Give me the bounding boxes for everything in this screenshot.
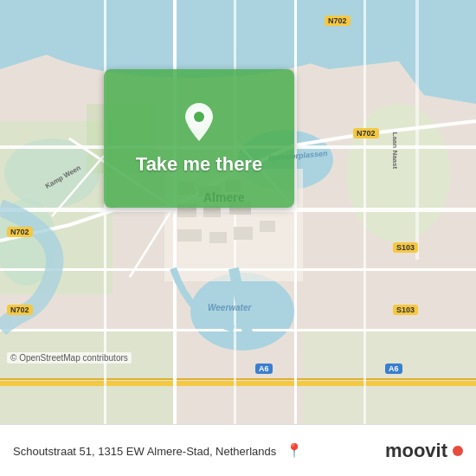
svg-point-42	[194, 112, 204, 122]
highway-n702-4: N702	[7, 305, 33, 315]
highway-a6-2: A6	[385, 363, 402, 374]
svg-rect-11	[0, 329, 173, 424]
highway-a6-1: A6	[255, 363, 273, 374]
svg-rect-17	[0, 329, 476, 331]
map-attribution: © OpenStreetMap contributors	[7, 352, 132, 363]
bottom-bar: Schoutstraat 51, 1315 EW Almere-Stad, Ne…	[0, 424, 476, 476]
svg-rect-39	[260, 221, 275, 232]
location-pin-icon	[182, 101, 216, 145]
svg-rect-36	[177, 229, 202, 241]
highway-n702-2: N702	[353, 128, 379, 138]
pin-emoji: 📍	[286, 443, 303, 458]
moovit-text: moovit	[385, 440, 447, 462]
highway-s103-1: S103	[393, 242, 418, 253]
svg-rect-37	[209, 232, 227, 243]
take-me-there-overlay[interactable]: Take me there	[104, 69, 294, 208]
svg-rect-23	[294, 0, 297, 424]
address-label: Schoutstraat 51, 1315 EW Almere-Stad, Ne…	[13, 445, 276, 458]
take-me-there-label: Take me there	[136, 153, 262, 176]
svg-rect-21	[173, 0, 177, 424]
map-container: Almere Weerwater Noorderplassen Laan Naa…	[0, 0, 476, 424]
svg-rect-12	[303, 329, 476, 424]
highway-n702-3: N702	[7, 227, 33, 237]
svg-rect-19	[0, 378, 476, 380]
svg-rect-38	[234, 227, 253, 240]
svg-rect-18	[0, 381, 476, 386]
moovit-dot	[453, 446, 463, 456]
moovit-logo: moovit	[385, 440, 463, 462]
highway-n702-1: N702	[325, 16, 351, 26]
highway-s103-2: S103	[393, 305, 418, 315]
svg-rect-24	[363, 0, 366, 424]
address-text: Schoutstraat 51, 1315 EW Almere-Stad, Ne…	[13, 442, 385, 459]
